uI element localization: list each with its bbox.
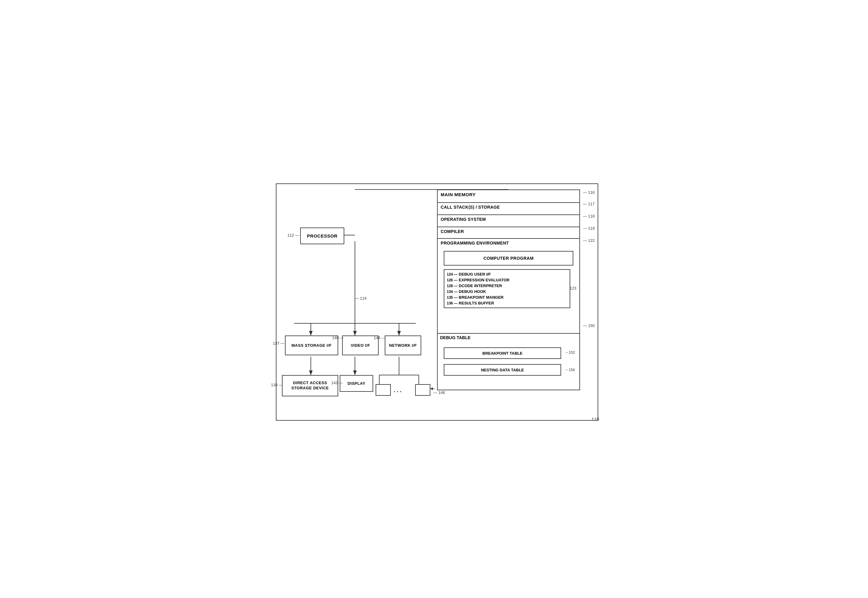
main-memory-box: MAIN MEMORY CALL STACK(S) / STORAGE OPER… <box>437 190 580 390</box>
ref-150: — 150 <box>583 323 595 328</box>
video-if-box: VIDEO I/F <box>342 335 379 355</box>
ref-137: 137 — <box>273 341 284 345</box>
compiler-row: COMPILER <box>438 227 580 236</box>
ref-146-arrow <box>430 386 436 392</box>
network-if-box: NETWORK I/F <box>385 335 421 355</box>
processor-box: PROCESSOR <box>300 227 344 244</box>
ref-114: — 114 <box>355 296 366 300</box>
debug-items-box: 124 — DEBUG USER I/F 126 — EXPRESSION EV… <box>444 269 570 308</box>
ref-144: 144 — <box>374 335 385 340</box>
operating-system-row: OPERATING SYSTEM <box>438 214 580 224</box>
network-device-left <box>376 384 391 396</box>
nesting-data-table-box: NESTING DATA TABLE <box>444 364 561 376</box>
ref-152: ~ 152 <box>566 350 575 355</box>
ref-118: — 118 <box>583 214 595 218</box>
mass-storage-if-box: MASS STORAGE I/F <box>285 335 338 355</box>
ref-117: — 117 <box>583 202 595 206</box>
main-memory-label: MAIN MEMORY <box>438 190 580 199</box>
direct-access-label: DIRECT ACCESSSTORAGE DEVICE <box>291 381 329 391</box>
network-device-right <box>415 384 430 396</box>
ref-140: 140 — <box>332 335 344 340</box>
ref-110: 110 <box>592 416 599 422</box>
debug-table-label: DEBUG TABLE <box>438 334 580 342</box>
breakpoint-mgr-item: 135 — BREAKPOINT MANGER <box>444 295 570 300</box>
results-buffer-item: 136 — RESULTS BUFFER <box>444 300 570 306</box>
debug-hook-item: 134 — DEBUG HOOK <box>444 289 570 295</box>
debug-table-box: DEBUG TABLE BREAKPOINT TABLE ~ 152 NESTI… <box>438 333 580 390</box>
ref-138: 138 — <box>271 383 282 387</box>
expression-eval-item: 126 — EXPRESSION EVALUATOR <box>444 277 570 283</box>
ref-119: — 119 <box>583 226 595 230</box>
call-stack-row: CALL STACK(S) / STORAGE <box>438 202 580 211</box>
ref-142: 142 — <box>331 381 343 385</box>
display-box: DISPLAY <box>340 375 373 392</box>
dcode-interp-item: 128 — DCODE INTERPRETER <box>444 283 570 289</box>
ref-112: 112 — <box>287 233 299 238</box>
ref-123: 123 <box>570 286 576 290</box>
diagram: 110 <box>267 174 601 424</box>
breakpoint-table-box: BREAKPOINT TABLE <box>444 347 561 359</box>
ellipsis: . . . <box>394 387 402 393</box>
ref-154: ~ 154 <box>566 368 575 372</box>
prog-env-label: PROGRAMMING ENVIRONMENT <box>438 239 580 247</box>
computer-program-box: COMPUTER PROGRAM <box>444 251 573 266</box>
ref-122: — 122 <box>583 238 595 243</box>
direct-access-box: DIRECT ACCESSSTORAGE DEVICE <box>282 375 338 396</box>
svg-marker-22 <box>430 387 433 390</box>
processor-label: PROCESSOR <box>307 233 337 238</box>
debug-user-if-item: 124 — DEBUG USER I/F <box>444 271 570 277</box>
ref-116: — 116 <box>583 190 595 195</box>
